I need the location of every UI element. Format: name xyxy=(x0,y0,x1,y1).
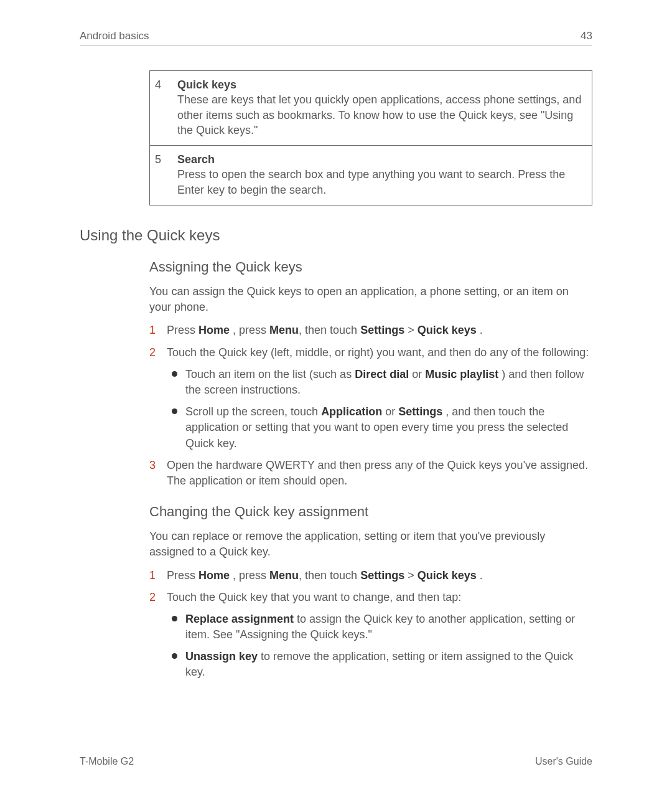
info-box-desc: These are keys that let you quickly open… xyxy=(177,93,581,136)
header-page-number: 43 xyxy=(581,30,592,42)
step-list: 1 Press Home , press Menu, then touch Se… xyxy=(149,323,592,489)
bullet-item: Unassign key to remove the application, … xyxy=(169,649,592,680)
step-number: 1 xyxy=(149,568,167,583)
footer-guide: User's Guide xyxy=(535,756,592,767)
page: Android basics 43 4 Quick keys These are… xyxy=(0,0,672,807)
bullet-list: Replace assignment to assign the Quick k… xyxy=(169,611,592,681)
step-item: 2 Touch the Quick key that you want to c… xyxy=(149,590,592,681)
text: , then touch xyxy=(299,324,360,336)
label-menu: Menu xyxy=(269,324,299,336)
section-body: Assigning the Quick keys You can assign … xyxy=(149,259,592,681)
paragraph: You can replace or remove the applicatio… xyxy=(149,529,592,560)
label-menu: Menu xyxy=(269,569,299,582)
label-direct-dial: Direct dial xyxy=(355,368,409,380)
header-chapter: Android basics xyxy=(80,30,149,42)
info-box-body: Quick keys These are keys that let you q… xyxy=(177,77,586,138)
step-body: Press Home , press Menu, then touch Sett… xyxy=(167,568,592,583)
label-quick-keys: Quick keys xyxy=(418,569,477,582)
step-body: Open the hardware QWERTY and then press … xyxy=(167,458,592,489)
label-home: Home xyxy=(198,324,230,336)
label-replace-assignment: Replace assignment xyxy=(185,613,294,625)
step-number: 1 xyxy=(149,323,167,338)
text: . xyxy=(477,324,483,336)
subheading-assigning: Assigning the Quick keys xyxy=(149,259,592,275)
label-settings: Settings xyxy=(398,405,442,418)
label-application: Application xyxy=(321,405,382,418)
text: , press xyxy=(230,324,269,336)
step-body: Touch the Quick key that you want to cha… xyxy=(167,590,592,681)
bullet-item: Replace assignment to assign the Quick k… xyxy=(169,611,592,643)
text: Press xyxy=(167,324,198,336)
step-body: Press Home , press Menu, then touch Sett… xyxy=(167,323,592,338)
info-box-number: 4 xyxy=(155,77,177,138)
text: Press xyxy=(167,569,198,582)
info-box-title: Search xyxy=(177,153,215,166)
label-music-playlist: Music playlist xyxy=(425,368,498,380)
text: > xyxy=(404,569,418,582)
page-header: Android basics 43 xyxy=(80,30,592,42)
subheading-changing: Changing the Quick key assignment xyxy=(149,504,592,520)
info-box-number: 5 xyxy=(155,152,177,197)
info-box-row: 5 Search Press to open the search box an… xyxy=(149,146,592,205)
text: or xyxy=(382,405,398,418)
bullet-item: Touch an item on the list (such as Direc… xyxy=(169,367,592,398)
info-box-body: Search Press to open the search box and … xyxy=(177,152,586,197)
step-number: 3 xyxy=(149,458,167,489)
info-box-row: 4 Quick keys These are keys that let you… xyxy=(149,70,592,146)
step-item: 1 Press Home , press Menu, then touch Se… xyxy=(149,568,592,583)
step-item: 1 Press Home , press Menu, then touch Se… xyxy=(149,323,592,338)
paragraph: You can assign the Quick keys to open an… xyxy=(149,284,592,315)
section-heading-using-quick-keys: Using the Quick keys xyxy=(80,227,592,244)
bullet-list: Touch an item on the list (such as Direc… xyxy=(169,367,592,451)
text: Touch an item on the list (such as xyxy=(185,368,355,380)
page-footer: T-Mobile G2 User's Guide xyxy=(80,756,592,767)
label-unassign-key: Unassign key xyxy=(185,650,258,663)
label-home: Home xyxy=(198,569,230,582)
step-number: 2 xyxy=(149,345,167,451)
info-box-title: Quick keys xyxy=(177,78,236,91)
step-item: 3 Open the hardware QWERTY and then pres… xyxy=(149,458,592,489)
text: . xyxy=(477,569,483,582)
label-settings: Settings xyxy=(360,324,404,336)
label-settings: Settings xyxy=(360,569,404,582)
step-item: 2 Touch the Quick key (left, middle, or … xyxy=(149,345,592,451)
text: or xyxy=(409,368,425,380)
step-list: 1 Press Home , press Menu, then touch Se… xyxy=(149,568,592,681)
text: > xyxy=(404,324,418,336)
text: Touch the Quick key (left, middle, or ri… xyxy=(167,346,589,359)
step-body: Touch the Quick key (left, middle, or ri… xyxy=(167,345,592,451)
header-divider xyxy=(80,45,592,45)
text: , press xyxy=(230,569,269,582)
label-quick-keys: Quick keys xyxy=(418,324,477,336)
info-box-desc: Press to open the search box and type an… xyxy=(177,168,565,196)
text: Scroll up the screen, touch xyxy=(185,405,321,418)
footer-product: T-Mobile G2 xyxy=(80,756,134,767)
main-content: 4 Quick keys These are keys that let you… xyxy=(149,70,592,205)
step-number: 2 xyxy=(149,590,167,681)
text: , then touch xyxy=(299,569,360,582)
text: Touch the Quick key that you want to cha… xyxy=(167,591,461,603)
bullet-item: Scroll up the screen, touch Application … xyxy=(169,404,592,451)
